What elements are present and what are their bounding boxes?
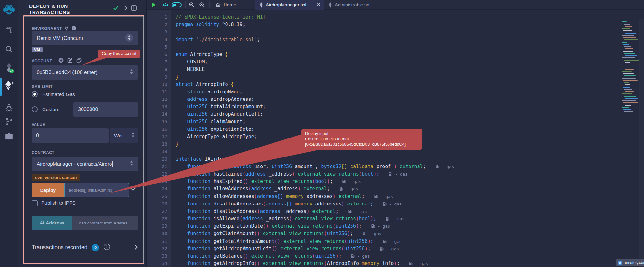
code-line: 15 uint256 claimAmount; [147,118,644,126]
code-text: function disallowAddresses(address[] mem… [171,200,402,208]
edit-account-icon[interactable] [67,58,73,64]
gas-estimate-icon: - gas [436,164,454,169]
panel-divider [24,236,143,236]
line-number: 17 [147,133,171,140]
value-unit-stepper-icon[interactable] [131,132,135,139]
copilot-toggle[interactable] [172,2,182,7]
transactions-expand-chevron-icon[interactable] [134,244,138,252]
code-text: AirdropType airdropType; [171,133,257,140]
code-text: function getTotalAirdropAmount() externa… [171,238,402,245]
code-line: 17 AirdropType airdropType; [147,133,644,140]
watermark-text: annotely.com [624,261,644,265]
gas-estimate-icon: - gas [383,202,402,206]
split-view-icon[interactable] [131,5,137,12]
code-text: function getAirdropInfo() external view … [171,260,428,267]
value-label: VALUE [32,122,45,127]
plug-icon[interactable] [64,26,69,32]
code-text: uint256 expirationDate; [171,126,254,133]
environment-select[interactable]: Remix VM (Cancun) [32,31,138,45]
code-line: 14 uint256 airdropAmountLeft; [147,110,644,118]
line-number: 29 [147,223,171,230]
zoom-in-icon[interactable] [199,2,205,9]
deploy-button[interactable]: Deploy [32,183,64,197]
gas-estimate-icon: - gas [348,209,367,214]
publish-ipfs-checkbox[interactable] [32,200,38,206]
watermark: A annotely.com [616,259,644,266]
environment-stepper-icon[interactable] [125,33,133,43]
value-unit: Wei [114,133,122,138]
value-unit-select[interactable]: Wei [110,128,138,143]
line-number: 2 [147,21,171,28]
contract-select[interactable]: AirdropManager - contracts/Airdro [32,157,138,171]
account-label-row: ACCOUNT [32,59,52,63]
code-text: function hasClaimed(address _address) ex… [171,170,408,178]
code-line: 25 function allowAddresses(address[] mem… [147,193,644,200]
at-address-input[interactable] [72,216,138,230]
line-number: 8 [147,66,171,73]
gas-limit-label: GAS LIMIT [32,84,53,89]
code-text [171,28,176,36]
deploy-run-icon[interactable] [0,80,18,91]
contract-stepper-icon[interactable] [130,160,133,167]
contract-label: CONTRACT [32,150,54,155]
close-tab-icon[interactable] [316,2,320,7]
tab-home[interactable]: Home [214,0,238,10]
contract-value: AirdropManager - contracts/Airdro [37,161,112,167]
source-control-icon[interactable] [0,117,18,126]
custom-gas-input[interactable] [73,102,138,117]
environment-value: Remix VM (Cancun) [37,35,83,41]
topbar-divider [185,1,186,8]
estimated-gas-radio[interactable] [32,91,38,97]
topbar-divider [209,1,210,8]
gas-estimate-icon: - gas [342,179,361,184]
solidity-compiler-icon[interactable] [0,62,18,74]
code-line: 27 function disallowAddress(address _add… [147,208,644,215]
tab-label: AirdropManager.sol [266,2,306,7]
code-text: function getAirdropAmountLeft() external… [171,245,399,253]
learneth-book-icon[interactable] [0,133,18,140]
line-number: 20 [147,156,171,163]
code-text [171,43,176,51]
panel-divider [24,260,143,260]
run-script-play-icon[interactable] [152,2,156,7]
file-explorer-icon[interactable] [0,26,18,34]
remix-logo[interactable] [0,4,18,16]
gas-estimate-icon: - gas [363,231,381,236]
code-text: uint256 claimAmount; [171,118,245,126]
code-line: 22 function hasClaimed(address _address)… [147,170,644,178]
line-number: 1 [147,14,171,21]
line-number: 18 [147,140,171,148]
search-icon[interactable] [0,45,18,53]
code-text: function allowAddress(address _address) … [171,185,358,193]
line-number: 21 [147,163,171,170]
account-stepper-icon[interactable] [130,69,133,76]
code-text: MERKLE [171,66,205,73]
compile-check-icon [113,5,119,12]
zoom-out-icon[interactable] [189,2,195,9]
copy-account-icon[interactable] [76,58,82,64]
tab-administrable[interactable]: Administrable.sol [324,0,384,10]
custom-gas-radio[interactable] [32,106,38,112]
code-editor[interactable]: 1// SPDX-License-Identifier: MIT2pragma … [147,10,644,267]
code-line: 32 function getAirdropAmountLeft() exter… [147,245,644,253]
code-line: 11 string airdropName; [147,88,644,96]
debugger-icon[interactable] [0,104,18,112]
value-input[interactable] [32,128,109,143]
line-number: 25 [147,193,171,200]
add-account-icon[interactable] [58,58,64,64]
line-number: 32 [147,245,171,253]
code-line: 19 [147,148,644,155]
tab-airdropmanager[interactable]: AirdropManager.sol [255,0,324,10]
line-number: 33 [147,253,171,260]
transactions-info-icon[interactable] [103,243,110,252]
pin-panel-chevron-icon[interactable] [124,5,128,12]
at-address-button[interactable]: At Address [32,216,72,230]
ai-assistant-robot-icon[interactable] [162,2,169,9]
tab-label: Administrable.sol [335,2,370,7]
expand-deploy-chevron-icon[interactable] [130,187,136,193]
deploy-args-input[interactable] [64,183,129,197]
code-text: function disallowAddress(address _addres… [171,208,367,215]
account-select[interactable]: 0x5B3...eddC4 (100 ether) [32,65,138,80]
code-line: 2pragma solidity ^0.8.19; [147,21,644,28]
annotely-logo: A [618,261,622,265]
